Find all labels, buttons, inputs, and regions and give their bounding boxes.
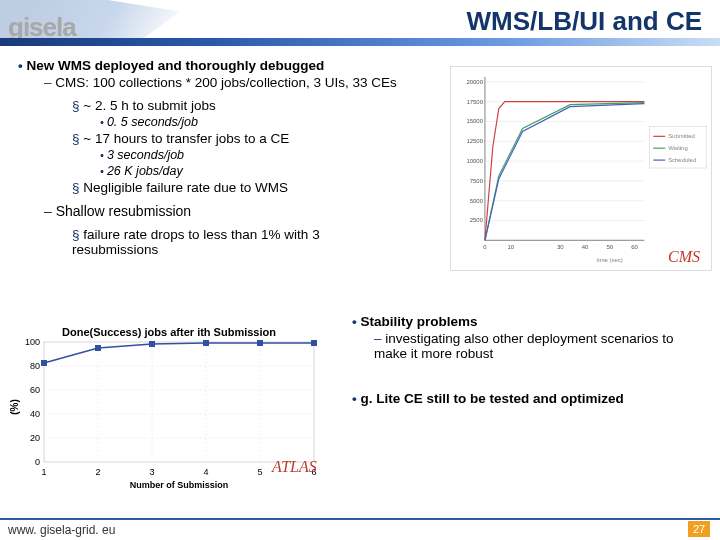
svg-text:100: 100: [25, 337, 40, 347]
atlas-label: ATLAS: [272, 458, 317, 476]
svg-text:4: 4: [203, 467, 208, 477]
slide-title: WMS/LB/UI and CE: [467, 6, 702, 37]
bullet-main: Stability problems: [352, 314, 708, 329]
svg-text:20: 20: [30, 433, 40, 443]
svg-text:5000: 5000: [470, 198, 484, 204]
bullet-main: g. Lite CE still to be tested and optimi…: [352, 391, 708, 406]
svg-text:17500: 17500: [466, 99, 483, 105]
svg-text:1: 1: [41, 467, 46, 477]
svg-text:Number of Submission: Number of Submission: [130, 480, 229, 490]
svg-text:2500: 2500: [470, 217, 484, 223]
svg-text:20000: 20000: [466, 79, 483, 85]
svg-rect-63: [203, 340, 209, 346]
svg-text:Scheduled: Scheduled: [668, 157, 696, 163]
svg-text:time (sec): time (sec): [597, 257, 623, 263]
svg-text:60: 60: [631, 244, 638, 250]
svg-text:15000: 15000: [466, 118, 483, 124]
bullet-l2: investigating also other deployment scen…: [374, 331, 708, 361]
svg-text:Done(Success) jobs after ith S: Done(Success) jobs after ith Submission: [62, 326, 276, 338]
svg-rect-64: [257, 340, 263, 346]
svg-rect-0: [451, 67, 710, 270]
svg-rect-62: [149, 341, 155, 347]
cms-label: CMS: [668, 248, 700, 266]
right-column: Stability problems investigating also ot…: [352, 314, 708, 408]
svg-rect-60: [41, 360, 47, 366]
svg-text:7500: 7500: [470, 178, 484, 184]
svg-text:Waiting: Waiting: [668, 145, 688, 151]
svg-rect-65: [311, 340, 317, 346]
svg-text:10000: 10000: [466, 158, 483, 164]
footer-url: www. gisela-grid. eu: [8, 523, 115, 537]
svg-text:0: 0: [35, 457, 40, 467]
svg-text:2: 2: [95, 467, 100, 477]
svg-text:40: 40: [30, 409, 40, 419]
svg-text:80: 80: [30, 361, 40, 371]
footer: www. gisela-grid. eu 27: [0, 518, 720, 540]
svg-text:(%): (%): [9, 399, 20, 415]
bullet-l3: failure rate drops to less than 1% with …: [72, 227, 402, 257]
svg-text:3: 3: [149, 467, 154, 477]
svg-text:10: 10: [507, 244, 514, 250]
page-number: 27: [688, 521, 710, 537]
svg-text:12500: 12500: [466, 138, 483, 144]
svg-text:Submitted: Submitted: [668, 133, 695, 139]
header-bar: [0, 38, 720, 46]
header: gisela WMS/LB/UI and CE: [0, 0, 720, 54]
svg-text:50: 50: [606, 244, 613, 250]
svg-text:60: 60: [30, 385, 40, 395]
svg-rect-61: [95, 345, 101, 351]
svg-text:30: 30: [557, 244, 564, 250]
svg-text:40: 40: [582, 244, 589, 250]
svg-text:5: 5: [257, 467, 262, 477]
chart-cms: 2500 5000 7500 10000 12500 15000 17500 2…: [450, 66, 712, 271]
